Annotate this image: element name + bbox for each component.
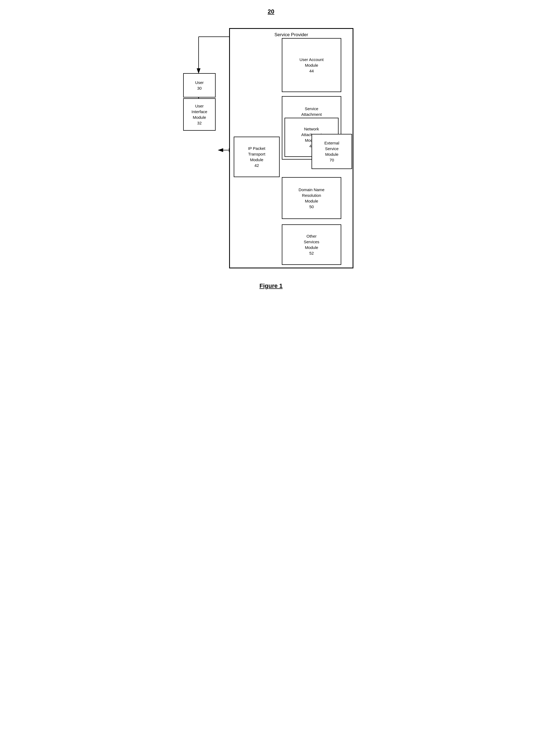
- ip-packet-transport-module-box: IP Packet Transport Module 42: [234, 137, 280, 177]
- other-services-module-box: Other Services Module 52: [282, 224, 341, 265]
- user-interface-module-box: User Interface Module 32: [183, 98, 215, 131]
- external-service-module-box: External Service Module 70: [312, 134, 352, 169]
- figure-caption: Figure 1: [176, 282, 366, 289]
- user-box: User 30: [183, 73, 215, 97]
- diagram-title: 20: [176, 8, 366, 15]
- diagram-area: Service Provider 40 User Account Module …: [176, 21, 366, 277]
- domain-name-resolution-module-box: Domain Name Resolution Module 50: [282, 177, 341, 219]
- user-account-module-box: User Account Module 44: [282, 38, 341, 92]
